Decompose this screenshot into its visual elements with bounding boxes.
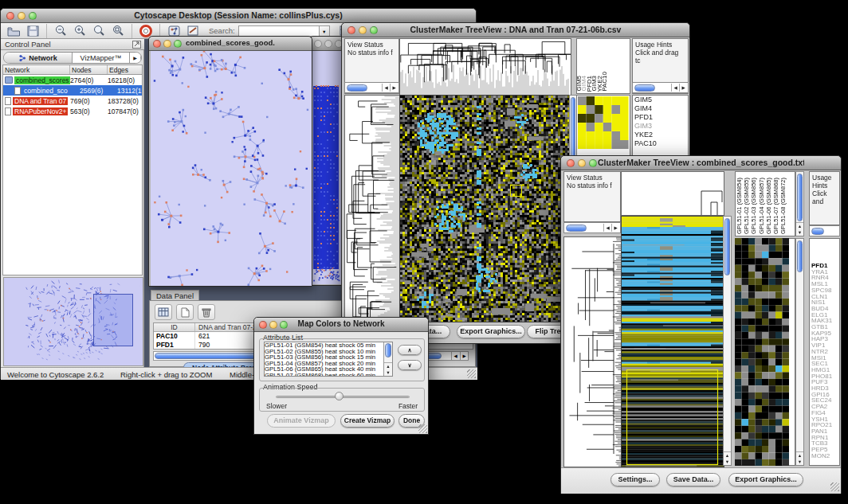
zoom-button[interactable] [370, 26, 378, 34]
scroll-up-button[interactable]: ▲ [796, 223, 803, 229]
scroll-up-button[interactable]: ▲ [384, 363, 392, 369]
column-label[interactable]: GPL51-08 (GSM872) [779, 178, 787, 234]
gene-label[interactable]: MON2 [810, 453, 839, 459]
speed-slider-thumb[interactable] [335, 392, 344, 400]
zoom-button[interactable] [280, 321, 288, 329]
row-dendrogram-canvas[interactable] [563, 236, 622, 467]
view-status-hscrollbar[interactable]: ◀▶ [563, 222, 621, 233]
vscroll-thumb[interactable] [797, 240, 803, 272]
network-table-row[interactable]: RNAPuberNov2+ 563(0) 107847(0) [3, 106, 142, 116]
network2-titlebar[interactable] [310, 37, 344, 51]
open-session-button[interactable] [4, 23, 23, 39]
close-button[interactable] [567, 159, 575, 167]
data-col-id[interactable]: ID [154, 323, 195, 331]
column-label[interactable]: GPL51-01 (GSM854) [736, 178, 743, 234]
select-attributes-button[interactable] [155, 304, 172, 320]
hscroll-thumb[interactable] [634, 84, 655, 92]
column-label[interactable]: GPL51-04 (GSM857) [758, 178, 765, 234]
network-table-row[interactable]: combined_scores 2764(0) 16218(0) [3, 75, 142, 85]
treeview2-titlebar[interactable]: ClusterMaker TreeView : combined_scores_… [561, 156, 841, 170]
main-titlebar[interactable]: Cytoscape Desktop (Session Name: collins… [1, 9, 476, 23]
treeview2-button[interactable]: Settings... [610, 473, 660, 486]
search-input[interactable] [238, 25, 320, 37]
save-session-button[interactable] [23, 23, 42, 39]
network-table-row[interactable]: combined_sco 2569(6) 13112(15) [3, 85, 142, 96]
close-button[interactable] [347, 26, 355, 34]
scroll-right-button[interactable]: ▶ [390, 84, 398, 92]
treeview2-button[interactable]: Export Graphics... [728, 473, 803, 486]
zoom-fit-button[interactable] [89, 23, 108, 39]
scroll-right-button[interactable]: ▶ [679, 84, 687, 92]
hscroll-thumb[interactable] [566, 225, 587, 232]
usage-hints-hscrollbar[interactable]: ◀▶ [632, 82, 689, 93]
dense-network-canvas[interactable] [312, 51, 344, 284]
network-overview-thumbnail[interactable] [3, 277, 143, 366]
list-vscrollbar[interactable]: ▲▼ [383, 342, 392, 376]
attribute-list[interactable]: GPL51-01 (GSM854) heat shock 05 minGPL51… [264, 342, 393, 377]
column-dendrogram-canvas[interactable] [621, 171, 724, 216]
zoom-button[interactable] [589, 159, 597, 167]
treeview1-button[interactable]: Export Graphics... [457, 325, 525, 338]
minimize-button[interactable] [359, 26, 367, 34]
vscroll-thumb[interactable] [724, 218, 730, 275]
usage-hints-hscrollbar[interactable] [809, 225, 840, 236]
vscroll-thumb[interactable] [385, 343, 391, 357]
labels-vscrollbar[interactable]: ▲▼ [795, 171, 804, 236]
zoom-button[interactable] [174, 40, 182, 48]
close-button[interactable] [259, 321, 267, 329]
scroll-left-button[interactable]: ◀ [451, 352, 459, 360]
column-label[interactable]: GPL51-07 (GSM868) [772, 178, 779, 234]
cluster-zoom-canvas[interactable] [578, 96, 629, 163]
float-panel-icon[interactable] [132, 41, 141, 49]
resize-grip[interactable] [418, 424, 427, 433]
zoom-vscrollbar[interactable]: ▲▼ [795, 238, 804, 466]
gene-label[interactable]: YKE2 [633, 131, 688, 139]
scroll-up-button[interactable]: ▲ [796, 452, 803, 459]
cluster-zoom-canvas[interactable] [735, 238, 789, 466]
heatmap-canvas[interactable] [621, 216, 724, 467]
scroll-down-button[interactable]: ▼ [384, 369, 392, 376]
close-button[interactable] [153, 40, 161, 48]
scroll-down-button[interactable]: ▼ [796, 459, 803, 465]
vscroll-arrows[interactable]: ▲▼ [796, 451, 803, 465]
minimize-button[interactable] [18, 12, 26, 20]
zoom-selected-button[interactable] [108, 23, 128, 39]
gene-label[interactable]: PAC10 [633, 139, 688, 148]
col-nodes[interactable]: Nodes [70, 65, 108, 74]
zoom-in-button[interactable] [70, 23, 89, 39]
create-vizmap-button[interactable]: Create Vizmap [340, 414, 395, 428]
resize-grip[interactable] [830, 483, 839, 491]
move-up-button[interactable]: ∧ [398, 345, 422, 355]
network-view-canvas[interactable] [151, 51, 312, 286]
vscroll-arrows[interactable]: ▲▼ [796, 222, 803, 236]
scroll-up-button[interactable]: ▲ [724, 452, 731, 459]
column-dendrogram-canvas[interactable] [399, 38, 571, 96]
attribute-list-item[interactable]: GPL51-07 (GSM868) heat shock 60 min [265, 373, 392, 377]
vscroll-thumb[interactable] [797, 174, 803, 221]
scroll-right-button[interactable]: ▶ [611, 224, 619, 232]
zoom-out-button[interactable] [51, 23, 70, 39]
col-edges[interactable]: Edges [108, 65, 142, 74]
scroll-down-button[interactable]: ▼ [796, 229, 803, 236]
column-label[interactable]: GPL51-03 (GSM856) [750, 178, 757, 234]
minimize-button[interactable] [163, 40, 171, 48]
gene-label[interactable]: PFD1 [633, 113, 688, 122]
vscroll-arrows[interactable]: ▲▼ [724, 451, 731, 465]
create-attribute-button[interactable] [176, 304, 194, 320]
scroll-right-button[interactable]: ▶ [460, 352, 468, 360]
hscroll-thumb[interactable] [347, 84, 367, 92]
network-table-header[interactable]: Network Nodes Edges [2, 64, 143, 75]
zoom-button[interactable] [29, 12, 37, 20]
vscroll-arrows[interactable]: ▲▼ [384, 362, 392, 376]
column-label[interactable]: PAC10 [603, 72, 607, 92]
row-dendrogram-canvas[interactable] [344, 95, 401, 322]
scroll-left-button[interactable]: ◀ [382, 84, 390, 92]
minimize-button[interactable] [324, 40, 332, 48]
minimize-button[interactable] [269, 321, 277, 329]
tab-network[interactable]: Network [4, 53, 73, 63]
view-status-hscrollbar[interactable]: ◀▶ [344, 82, 399, 93]
search-dropdown-button[interactable]: ▼ [320, 25, 330, 37]
gene-label[interactable]: GIM3 [633, 122, 688, 131]
treeview1-titlebar[interactable]: ClusterMaker TreeView : DNA and Tran 07-… [342, 23, 689, 37]
animate-vizmap-button[interactable]: Animate Vizmap [267, 414, 336, 428]
